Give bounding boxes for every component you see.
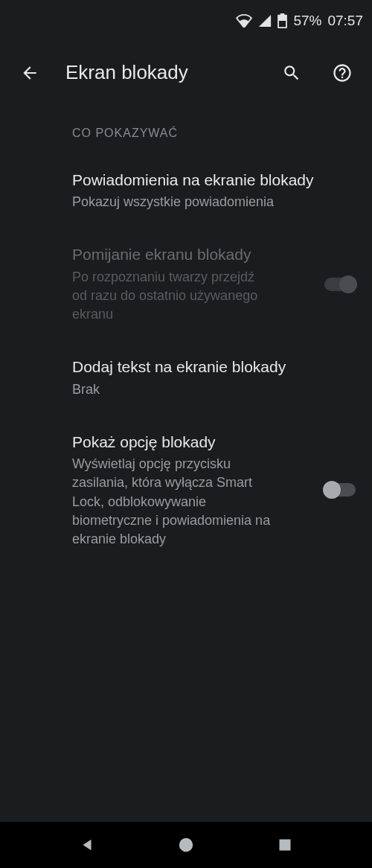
- battery-icon: [278, 13, 287, 28]
- battery-percent: 57%: [293, 13, 321, 29]
- setting-text: Pokaż opcję blokady Wyświetlaj opcję prz…: [72, 432, 311, 549]
- setting-show-lockdown[interactable]: Pokaż opcję blokady Wyświetlaj opcję prz…: [0, 415, 372, 565]
- nav-back-icon: [79, 837, 95, 853]
- search-icon: [282, 63, 301, 83]
- svg-rect-1: [280, 840, 291, 851]
- setting-title: Powiadomienia na ekranie blokady: [72, 170, 357, 190]
- navigation-bar: [0, 822, 372, 868]
- switch-skip-lockscreen: [323, 275, 357, 293]
- setting-skip-lockscreen: Pomijanie ekranu blokady Po rozpoznaniu …: [0, 228, 372, 340]
- setting-add-text[interactable]: Dodaj tekst na ekranie blokady Brak: [0, 340, 372, 415]
- setting-title: Pomijanie ekranu blokady: [72, 244, 311, 264]
- status-time: 07:57: [327, 13, 363, 29]
- switch-thumb: [339, 275, 357, 293]
- switch-show-lockdown[interactable]: [323, 481, 357, 499]
- setting-subtitle: Brak: [72, 380, 357, 399]
- svg-point-0: [179, 838, 193, 852]
- search-button[interactable]: [277, 58, 307, 88]
- nav-recent-icon: [278, 837, 292, 852]
- setting-notifications[interactable]: Powiadomienia na ekranie blokady Pokazuj…: [0, 153, 372, 228]
- arrow-back-icon: [20, 63, 39, 83]
- nav-home-icon: [178, 837, 194, 853]
- setting-text: Pomijanie ekranu blokady Po rozpoznaniu …: [72, 244, 311, 324]
- setting-subtitle: Po rozpoznaniu twarzy przejdź od razu do…: [72, 268, 266, 325]
- section-header: CO POKAZYWAĆ: [0, 113, 372, 153]
- setting-subtitle: Pokazuj wszystkie powiadomienia: [72, 193, 357, 211]
- setting-title: Dodaj tekst na ekranie blokady: [72, 357, 357, 377]
- nav-back-button[interactable]: [65, 830, 109, 860]
- back-button[interactable]: [15, 58, 45, 88]
- setting-title: Pokaż opcję blokady: [72, 432, 311, 452]
- help-icon: [332, 63, 353, 83]
- nav-recent-button[interactable]: [263, 830, 307, 860]
- app-header: Ekran blokady: [0, 41, 372, 104]
- setting-subtitle: Wyświetlaj opcję przycisku zasilania, kt…: [72, 455, 280, 549]
- status-bar: 57% 07:57: [0, 0, 372, 41]
- page-title: Ekran blokady: [65, 61, 256, 84]
- signal-icon: [258, 14, 272, 28]
- wifi-icon: [236, 14, 252, 28]
- setting-text: Powiadomienia na ekranie blokady Pokazuj…: [72, 170, 357, 211]
- help-button[interactable]: [327, 58, 357, 88]
- content-area: CO POKAZYWAĆ Powiadomienia na ekranie bl…: [0, 104, 372, 822]
- setting-text: Dodaj tekst na ekranie blokady Brak: [72, 357, 357, 398]
- nav-home-button[interactable]: [164, 830, 208, 860]
